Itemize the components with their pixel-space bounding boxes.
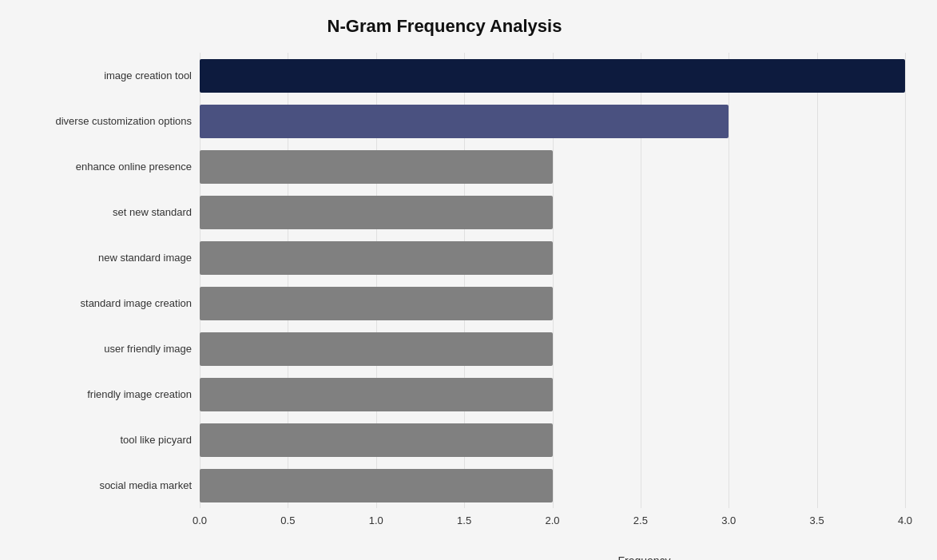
y-label: social media market	[16, 463, 192, 508]
bar	[200, 241, 553, 275]
x-tick: 0.0	[193, 514, 207, 526]
x-tick: 4.0	[898, 514, 912, 526]
bar	[200, 59, 905, 93]
y-label: user friendly image	[16, 326, 192, 371]
bar	[200, 378, 553, 411]
y-label: diverse customization options	[16, 98, 192, 144]
y-label: tool like picyard	[16, 417, 192, 463]
chart-container: N-Gram Frequency Analysis image creation…	[0, 0, 937, 560]
bar	[200, 287, 553, 320]
bar-row	[200, 466, 905, 506]
y-label: standard image creation	[16, 280, 192, 326]
x-tick: 1.5	[457, 514, 471, 526]
bar	[200, 105, 729, 138]
bar-row	[200, 375, 905, 415]
y-label: friendly image creation	[16, 371, 192, 417]
y-label: new standard image	[16, 235, 192, 280]
chart-title: N-Gram Frequency Analysis	[16, 16, 905, 37]
grid-line	[905, 53, 906, 508]
x-tick: 3.5	[810, 514, 824, 526]
y-label: enhance online presence	[16, 144, 192, 189]
bar	[200, 150, 553, 184]
bars-area	[200, 53, 905, 508]
x-tick: 3.0	[721, 514, 736, 526]
x-tick: 1.0	[369, 514, 383, 526]
bar	[200, 423, 553, 457]
y-label: image creation tool	[16, 53, 192, 98]
bar-row	[200, 420, 905, 460]
x-tick: 2.0	[545, 514, 559, 526]
grid-and-bars: image creation tooldiverse customization…	[16, 53, 905, 508]
bar	[200, 332, 553, 366]
x-axis-label: Frequency	[200, 554, 937, 560]
x-tick: 0.5	[280, 514, 295, 526]
bar-row	[200, 101, 905, 141]
x-axis: 0.00.51.01.52.02.53.03.54.0	[200, 508, 905, 532]
bar-row	[200, 238, 905, 278]
bar	[200, 469, 553, 502]
chart-area: image creation tooldiverse customization…	[16, 53, 905, 485]
x-tick: 2.5	[633, 514, 648, 526]
bar-row	[200, 329, 905, 369]
bar-row	[200, 147, 905, 187]
y-labels: image creation tooldiverse customization…	[16, 53, 200, 508]
bar-row	[200, 284, 905, 324]
bar-row	[200, 56, 905, 96]
bar-row	[200, 193, 905, 232]
bar	[200, 196, 553, 229]
y-label: set new standard	[16, 189, 192, 235]
